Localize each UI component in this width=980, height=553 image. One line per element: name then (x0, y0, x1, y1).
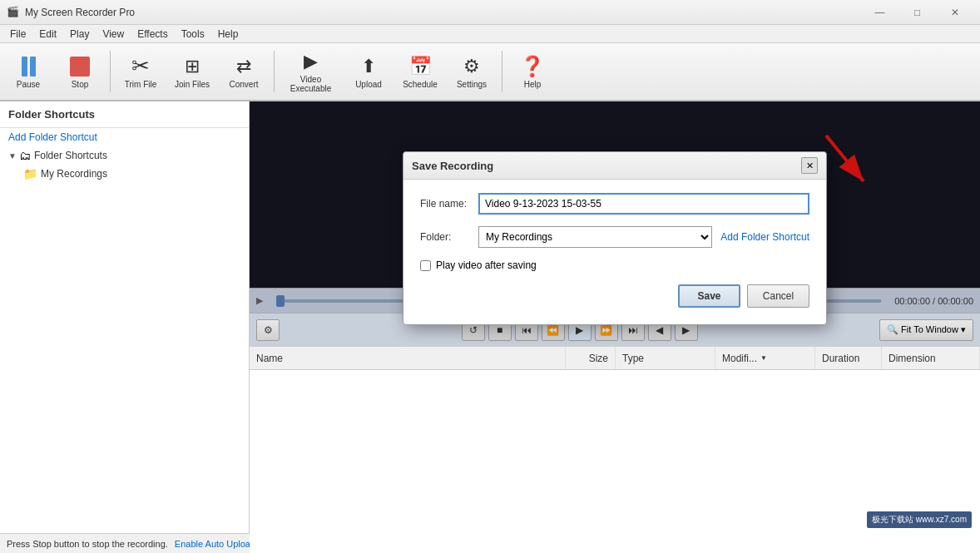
file-list: Name Size Type Modifi... ▼ Duration Dime… (250, 346, 980, 533)
trim-file-button[interactable]: ✂ Trim File (116, 46, 166, 97)
timeline-time: 00:00:00 / 00:00:00 (888, 296, 980, 306)
stop-label: Stop (72, 80, 89, 89)
upload-button[interactable]: ⬆ Upload (344, 46, 393, 97)
dialog-footer: Save Cancel (420, 284, 809, 311)
root-folder-icon: 🗂 (19, 149, 31, 162)
sort-icon: ▼ (760, 354, 767, 362)
video-executable-button[interactable]: ▶ Video Executable (280, 46, 342, 97)
help-icon: ❓ (520, 55, 545, 78)
scissors-icon: ✂ (131, 55, 150, 78)
watermark: 极光下载站 www.xz7.com (867, 511, 972, 528)
fit-dropdown-icon: ▾ (961, 324, 966, 334)
settings-label: Settings (457, 80, 487, 89)
dialog-overlay: Save Recording ✕ File name: Folder: My R… (250, 101, 980, 288)
col-duration[interactable]: Duration (815, 347, 882, 369)
schedule-button[interactable]: 📅 Schedule (395, 46, 445, 97)
col-name-label: Name (256, 353, 283, 364)
folder-select[interactable]: My Recordings Desktop Documents (478, 226, 712, 248)
status-message: Press Stop button to stop the recording. (7, 539, 168, 549)
menu-play[interactable]: Play (63, 27, 96, 42)
close-button[interactable]: ✕ (936, 0, 973, 25)
menu-edit[interactable]: Edit (32, 27, 63, 42)
dialog-title-bar: Save Recording ✕ (403, 152, 826, 180)
dialog-close-button[interactable]: ✕ (801, 157, 818, 174)
folder-row: Folder: My Recordings Desktop Documents … (420, 226, 809, 248)
minimize-button[interactable]: — (861, 0, 898, 25)
fit-label: Fit To Window (901, 324, 958, 334)
dialog-body: File name: Folder: My Recordings Desktop… (403, 180, 826, 324)
col-type-label: Type (622, 353, 644, 364)
help-button[interactable]: ❓ Help (507, 46, 557, 97)
menu-effects[interactable]: Effects (131, 27, 174, 42)
schedule-icon: 📅 (409, 55, 432, 78)
schedule-label: Schedule (403, 80, 438, 89)
cancel-button[interactable]: Cancel (747, 284, 809, 308)
add-folder-shortcut-link[interactable]: Add Folder Shortcut (0, 128, 249, 146)
col-modified[interactable]: Modifi... ▼ (715, 347, 815, 369)
col-dimension[interactable]: Dimension (882, 347, 980, 369)
play-after-label: Play video after saving (436, 259, 537, 271)
file-name-label: File name: (420, 198, 478, 210)
videoexe-icon: ▶ (304, 50, 318, 73)
add-folder-shortcut-dialog-link[interactable]: Add Folder Shortcut (720, 231, 809, 243)
convert-button[interactable]: ⇄ Convert (219, 46, 269, 97)
pause-button[interactable]: Pause (3, 46, 53, 97)
col-size-label: Size (589, 353, 608, 364)
videoexe-label: Video Executable (282, 75, 339, 93)
menu-view[interactable]: View (96, 27, 131, 42)
dialog-title: Save Recording (412, 160, 493, 172)
join-label: Join Files (175, 80, 210, 89)
app-title: My Screen Recorder Pro (25, 7, 861, 18)
upload-icon: ⬆ (361, 55, 376, 78)
convert-label: Convert (229, 80, 258, 89)
file-name-input[interactable] (478, 193, 809, 215)
maximize-button[interactable]: □ (898, 0, 936, 25)
sidebar: Folder Shortcuts Add Folder Shortcut ▼ 🗂… (0, 101, 250, 533)
col-duration-label: Duration (822, 353, 859, 364)
settings-button[interactable]: ⚙ Settings (447, 46, 497, 97)
join-icon: ⊞ (185, 55, 200, 78)
fit-icon: 🔍 (887, 324, 901, 334)
content-area: Save Recording ✕ File name: Folder: My R… (250, 101, 980, 533)
col-type[interactable]: Type (616, 347, 715, 369)
file-name-row: File name: (420, 193, 809, 215)
enable-auto-upload-link[interactable]: Enable Auto Upload (175, 539, 255, 549)
save-recording-dialog: Save Recording ✕ File name: Folder: My R… (403, 151, 827, 325)
col-dimension-label: Dimension (888, 353, 936, 364)
menu-bar: File Edit Play View Effects Tools Help (0, 25, 980, 43)
col-size[interactable]: Size (566, 347, 616, 369)
child-folder-icon: 📁 (23, 167, 37, 180)
convert-icon: ⇄ (236, 55, 251, 78)
sidebar-tree-root[interactable]: ▼ 🗂 Folder Shortcuts (0, 146, 249, 165)
timeline-thumb[interactable] (276, 295, 285, 307)
stop-icon (70, 57, 90, 77)
trim-label: Trim File (125, 80, 157, 89)
col-name[interactable]: Name (250, 347, 566, 369)
menu-tools[interactable]: Tools (175, 27, 211, 42)
toolbar: Pause Stop ✂ Trim File ⊞ Join Files ⇄ Co… (0, 43, 980, 101)
menu-help[interactable]: Help (211, 27, 245, 42)
fit-to-window-button[interactable]: 🔍 Fit To Window ▾ (879, 319, 973, 341)
toolbar-separator-1 (110, 51, 111, 92)
title-bar: 🎬 My Screen Recorder Pro — □ ✕ (0, 0, 980, 25)
file-list-header: Name Size Type Modifi... ▼ Duration Dime… (250, 347, 980, 370)
menu-file[interactable]: File (3, 27, 32, 42)
save-button[interactable]: Save (678, 284, 740, 308)
window-controls: — □ ✕ (861, 0, 973, 25)
play-after-checkbox[interactable] (420, 260, 431, 271)
sidebar-header: Folder Shortcuts (0, 101, 249, 128)
sidebar-root-label: Folder Shortcuts (34, 150, 107, 161)
toolbar-separator-2 (274, 51, 275, 92)
toolbar-separator-3 (502, 51, 502, 92)
col-modified-label: Modifi... (722, 353, 757, 364)
sidebar-item-my-recordings[interactable]: 📁 My Recordings (0, 165, 249, 183)
video-area: Save Recording ✕ File name: Folder: My R… (250, 101, 980, 288)
stop-button[interactable]: Stop (55, 46, 105, 97)
help-label: Help (524, 80, 542, 89)
app-icon: 🎬 (7, 6, 20, 19)
folder-label: Folder: (420, 231, 478, 243)
player-settings-button[interactable]: ⚙ (256, 319, 280, 341)
main-layout: Folder Shortcuts Add Folder Shortcut ▼ 🗂… (0, 101, 980, 533)
settings-icon: ⚙ (463, 55, 480, 78)
join-files-button[interactable]: ⊞ Join Files (167, 46, 217, 97)
